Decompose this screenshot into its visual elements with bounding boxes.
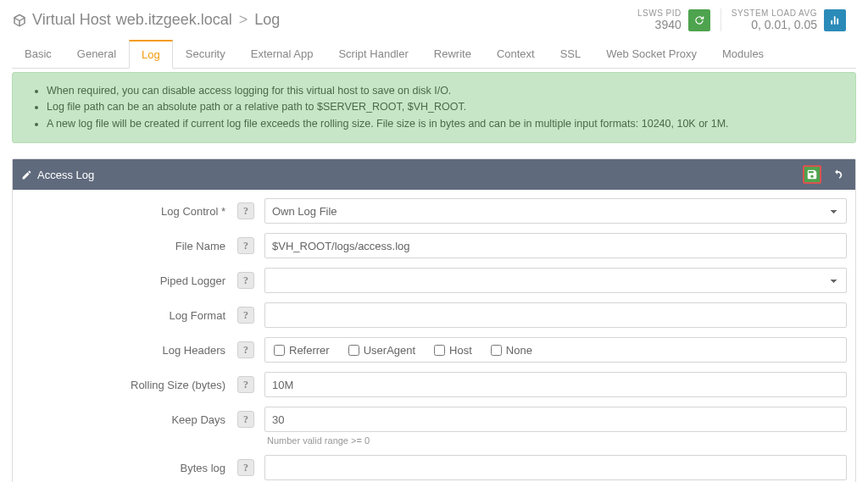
help-bytes-log[interactable]: ? [237, 459, 254, 476]
log-header-checkbox-referrer[interactable] [274, 345, 285, 356]
label-bytes-log: Bytes log [21, 462, 237, 474]
stat-load: SYSTEM LOAD AVG 0, 0.01, 0.05 [721, 8, 856, 31]
breadcrumb-current: Log [254, 11, 280, 29]
info-item: When required, you can disable access lo… [47, 83, 842, 99]
breadcrumb: Virtual Host web.itzgeek.local > Log [12, 11, 280, 29]
breadcrumb-prefix: Virtual Host [32, 11, 111, 29]
tab-context[interactable]: Context [484, 40, 548, 69]
tab-log[interactable]: Log [129, 40, 173, 69]
log-header-useragent[interactable]: UserAgent [348, 344, 415, 357]
save-icon [806, 169, 818, 180]
log-format-input[interactable] [264, 302, 847, 328]
log-header-label: Referrer [289, 344, 330, 357]
log-header-none[interactable]: None [491, 344, 532, 357]
help-keep-days[interactable]: ? [237, 411, 254, 428]
log-header-checkbox-host[interactable] [434, 345, 445, 356]
keep-days-hint: Number valid range >= 0 [267, 435, 370, 446]
label-piped-logger: Piped Logger [21, 274, 237, 287]
panel-title: Access Log [37, 169, 94, 181]
keep-days-input[interactable] [264, 407, 847, 432]
label-log-format: Log Format [21, 309, 237, 322]
tabs: BasicGeneralLogSecurityExternal AppScrip… [12, 40, 856, 69]
cube-icon [12, 13, 27, 28]
stat-load-value: 0, 0.01, 0.05 [732, 18, 817, 31]
help-log-control[interactable]: ? [237, 202, 254, 219]
tab-web-socket-proxy[interactable]: Web Socket Proxy [593, 40, 709, 69]
stat-pid-value: 3940 [637, 18, 682, 31]
breadcrumb-sep: > [239, 11, 248, 29]
help-piped-logger[interactable]: ? [237, 272, 254, 289]
chart-icon [829, 14, 841, 26]
log-header-label: Host [449, 344, 472, 357]
info-banner: When required, you can disable access lo… [12, 72, 856, 143]
log-headers-group: ReferrerUserAgentHostNone [264, 337, 847, 363]
stat-load-label: SYSTEM LOAD AVG [732, 8, 817, 18]
file-name-input[interactable] [264, 233, 847, 258]
tab-external-app[interactable]: External App [238, 40, 326, 69]
log-header-checkbox-useragent[interactable] [348, 345, 359, 356]
tab-rewrite[interactable]: Rewrite [421, 40, 484, 69]
log-header-label: None [506, 344, 532, 357]
back-button[interactable] [828, 165, 847, 184]
tab-ssl[interactable]: SSL [548, 40, 594, 69]
info-item: A new log file will be created if curren… [47, 116, 842, 132]
rolling-size-input[interactable] [264, 372, 847, 397]
tab-general[interactable]: General [64, 40, 129, 69]
undo-icon [832, 169, 843, 180]
help-rolling-size[interactable]: ? [237, 376, 254, 393]
label-log-control: Log Control * [21, 205, 237, 218]
breadcrumb-host: web.itzgeek.local [116, 11, 232, 29]
dashboard-button[interactable] [824, 9, 846, 31]
edit-icon [21, 169, 32, 180]
piped-logger-select[interactable] [264, 268, 847, 293]
refresh-icon [693, 14, 705, 26]
log-header-referrer[interactable]: Referrer [274, 344, 330, 357]
log-header-checkbox-none[interactable] [491, 345, 502, 356]
tab-modules[interactable]: Modules [709, 40, 776, 69]
tab-basic[interactable]: Basic [12, 40, 64, 69]
help-file-name[interactable]: ? [237, 237, 254, 254]
label-log-headers: Log Headers [21, 344, 237, 357]
bytes-log-input[interactable] [264, 455, 847, 480]
help-log-format[interactable]: ? [237, 307, 254, 324]
tab-script-handler[interactable]: Script Handler [326, 40, 420, 69]
save-button[interactable] [803, 165, 821, 184]
log-control-select[interactable]: Own Log File [264, 198, 847, 224]
stat-pid-label: LSWS PID [637, 8, 682, 18]
tab-security[interactable]: Security [173, 40, 238, 69]
stat-pid: LSWS PID 3940 [627, 8, 721, 31]
restart-button[interactable] [688, 9, 710, 31]
help-log-headers[interactable]: ? [237, 341, 254, 358]
label-file-name: File Name [21, 240, 237, 252]
log-header-host[interactable]: Host [434, 344, 472, 357]
label-keep-days: Keep Days [21, 413, 237, 426]
log-header-label: UserAgent [364, 344, 415, 357]
label-rolling-size: Rolling Size (bytes) [21, 379, 237, 391]
info-item: Log file path can be an absolute path or… [47, 99, 842, 115]
access-log-panel: Access Log Log Control * ? Own Log File [12, 158, 856, 482]
